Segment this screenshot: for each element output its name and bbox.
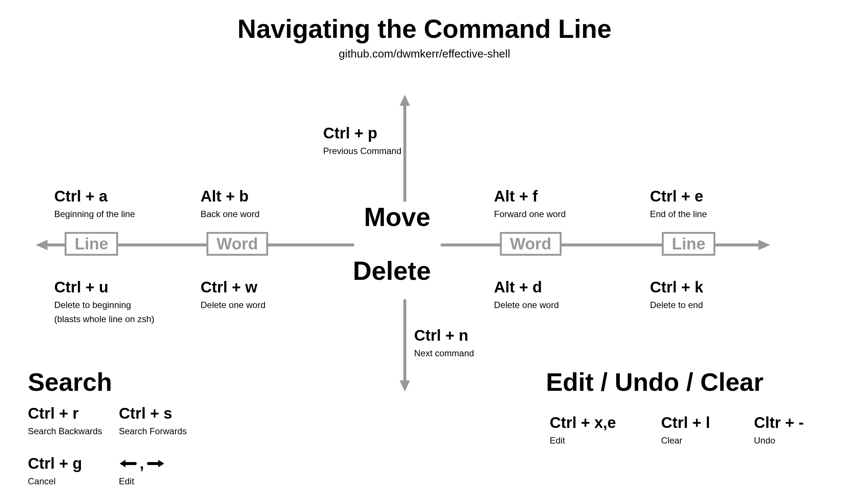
- svg-marker-1: [400, 95, 410, 106]
- axis-box-line-left: Line: [65, 232, 118, 256]
- shortcut-desc: Edit: [550, 435, 616, 446]
- shortcut-desc: Search Forwards: [119, 426, 187, 436]
- shortcut-desc-extra: (blasts whole line on zsh): [54, 314, 154, 324]
- shortcut-ctrl-u: Ctrl + u Delete to beginning (blasts who…: [54, 278, 154, 324]
- arrow-left-icon: [119, 458, 137, 469]
- shortcut-desc: Forward one word: [494, 209, 566, 219]
- shortcut-desc: Next command: [414, 348, 474, 359]
- shortcut-alt-b: Alt + b Back one word: [201, 187, 260, 219]
- shortcut-ctrl-xe: Ctrl + x,e Edit: [550, 414, 616, 446]
- axis-box-word-right: Word: [500, 232, 562, 256]
- shortcut-desc: Clear: [661, 435, 710, 446]
- svg-marker-5: [36, 240, 48, 250]
- delete-heading: Delete: [353, 256, 431, 286]
- shortcut-ctrl-e: Ctrl + e End of the line: [650, 187, 707, 219]
- page-subtitle: github.com/dwmkerr/effective-shell: [0, 48, 849, 60]
- shortcut-desc: Cancel: [28, 476, 82, 487]
- shortcut-desc: Delete one word: [494, 300, 559, 310]
- shortcut-key: Ctrl + a: [54, 187, 135, 205]
- shortcut-key: Ctrl + w: [201, 278, 266, 296]
- shortcut-key: Ctrl + g: [28, 455, 82, 472]
- svg-marker-9: [120, 460, 126, 467]
- shortcut-key: Alt + d: [494, 278, 559, 296]
- shortcut-desc: End of the line: [650, 209, 707, 219]
- shortcut-alt-f: Alt + f Forward one word: [494, 187, 566, 219]
- shortcut-ctrl-p: Ctrl + p Previous Command: [323, 124, 401, 156]
- shortcut-key: Ctrl + s: [119, 405, 187, 422]
- shortcut-desc: Previous Command: [323, 146, 401, 156]
- shortcut-ctrl-s: Ctrl + s Search Forwards: [119, 405, 187, 436]
- shortcut-key: Ctrl + u: [54, 278, 154, 296]
- shortcut-key: Ctrl + l: [661, 414, 710, 432]
- shortcut-desc: Delete one word: [201, 300, 266, 310]
- axis-box-word-left: Word: [206, 232, 268, 256]
- shortcut-key: Ctrl + e: [650, 187, 707, 205]
- shortcut-ctrl-g: Ctrl + g Cancel: [28, 455, 82, 487]
- axis-box-line-right: Line: [662, 232, 715, 256]
- move-heading: Move: [364, 202, 430, 232]
- shortcut-ctrl-n: Ctrl + n Next command: [414, 327, 474, 359]
- shortcut-key: Ctrl + k: [650, 278, 703, 296]
- shortcut-key: ,: [119, 455, 165, 472]
- shortcut-ctrl-w: Ctrl + w Delete one word: [201, 278, 266, 310]
- shortcut-ctrl-dash: Cltr + - Undo: [754, 414, 804, 446]
- shortcut-desc: Edit: [119, 476, 165, 487]
- arrow-right-icon: [147, 458, 165, 469]
- search-section-heading: Search: [28, 367, 112, 396]
- shortcut-key: Ctrl + n: [414, 327, 474, 344]
- shortcut-ctrl-r: Ctrl + r Search Backwards: [28, 405, 102, 436]
- shortcut-key: Alt + b: [201, 187, 260, 205]
- shortcut-ctrl-k: Ctrl + k Delete to end: [650, 278, 703, 310]
- svg-marker-11: [158, 460, 164, 467]
- edit-section-heading: Edit / Undo / Clear: [546, 367, 764, 396]
- shortcut-desc: Beginning of the line: [54, 209, 135, 219]
- shortcut-desc: Search Backwards: [28, 426, 102, 436]
- page-title: Navigating the Command Line: [0, 14, 849, 44]
- shortcut-desc: Delete to end: [650, 300, 703, 310]
- shortcut-alt-d: Alt + d Delete one word: [494, 278, 559, 310]
- shortcut-key: Ctrl + x,e: [550, 414, 616, 432]
- shortcut-ctrl-a: Ctrl + a Beginning of the line: [54, 187, 135, 219]
- shortcut-key: Alt + f: [494, 187, 566, 205]
- shortcut-arrow-keys: , Edit: [119, 455, 165, 487]
- svg-marker-7: [758, 240, 770, 250]
- svg-marker-3: [400, 380, 410, 392]
- shortcut-key: Cltr + -: [754, 414, 804, 432]
- shortcut-key: Ctrl + r: [28, 405, 102, 422]
- shortcut-key: Ctrl + p: [323, 124, 401, 142]
- arrows-separator: ,: [140, 455, 144, 472]
- shortcut-desc: Back one word: [201, 209, 260, 219]
- shortcut-desc: Undo: [754, 435, 804, 446]
- shortcut-ctrl-l: Ctrl + l Clear: [661, 414, 710, 446]
- shortcut-desc: Delete to beginning: [54, 300, 154, 310]
